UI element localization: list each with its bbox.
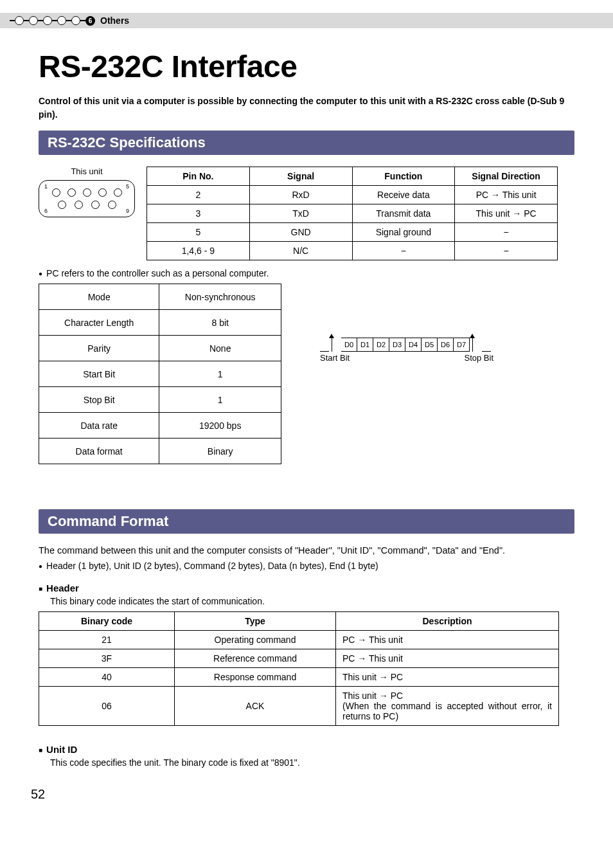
header-codes-table: Binary code Type Description 21 Operatin… bbox=[39, 611, 559, 726]
page-number: 52 bbox=[31, 787, 45, 802]
table-row: Start Bit1 bbox=[39, 361, 281, 387]
pin-num-1: 1 bbox=[44, 183, 48, 190]
connector-diagram: This unit 1 5 6 9 bbox=[39, 167, 135, 217]
pin-num-6: 6 bbox=[44, 208, 48, 214]
pin-num-5: 5 bbox=[126, 183, 129, 190]
table-row: 3F Reference command PC → This unit bbox=[39, 649, 559, 668]
table-row: Data formatBinary bbox=[39, 439, 281, 464]
command-intro: The command between this unit and the co… bbox=[39, 545, 574, 556]
unitid-text: This code specifies the unit. The binary… bbox=[50, 757, 574, 768]
th-type: Type bbox=[175, 612, 336, 631]
start-bit-label: Start Bit bbox=[320, 353, 350, 363]
table-row: 3 TxD Transmit data This unit → PC bbox=[147, 204, 558, 223]
breadcrumb-bar: 6 Others bbox=[0, 13, 613, 28]
bit-timing-diagram: D0 D1 D2 D3 D4 D5 D6 D7 Start Bit Stop B… bbox=[320, 335, 493, 363]
table-row: 2 RxD Receive data PC → This unit bbox=[147, 186, 558, 204]
sub-heading-header: Header bbox=[39, 583, 574, 593]
table-row: Stop Bit1 bbox=[39, 387, 281, 413]
pin-num-9: 9 bbox=[126, 208, 129, 214]
section-heading-specs: RS-232C Specifications bbox=[39, 131, 574, 155]
th-direction: Signal Direction bbox=[455, 167, 558, 186]
table-row: 40 Response command This unit → PC bbox=[39, 668, 559, 687]
th-function: Function bbox=[352, 167, 455, 186]
sub-heading-unitid: Unit ID bbox=[39, 744, 574, 755]
unit-label: This unit bbox=[39, 167, 135, 176]
stop-bit-label: Stop Bit bbox=[464, 353, 493, 363]
command-detail: Header (1 byte), Unit ID (2 bytes), Comm… bbox=[39, 561, 574, 571]
th-signal: Signal bbox=[249, 167, 352, 186]
header-sub-text: This binary code indicates the start of … bbox=[50, 596, 574, 606]
pin-spec-table: Pin No. Signal Function Signal Direction… bbox=[147, 167, 558, 260]
pc-note: PC refers to the controller such as a pe… bbox=[39, 268, 574, 278]
table-row: Character Length8 bit bbox=[39, 310, 281, 336]
breadcrumb-dots: 6 bbox=[10, 16, 95, 26]
table-row: ParityNone bbox=[39, 336, 281, 361]
section-heading-command: Command Format bbox=[39, 509, 574, 534]
table-row: 21 Operating command PC → This unit bbox=[39, 631, 559, 649]
section-number-icon: 6 bbox=[85, 16, 95, 26]
table-row: 1,4,6 - 9 N/C − − bbox=[147, 242, 558, 260]
table-row: Data rate19200 bps bbox=[39, 413, 281, 439]
th-desc: Description bbox=[336, 612, 559, 631]
table-row: 5 GND Signal ground − bbox=[147, 223, 558, 242]
intro-text: Control of this unit via a computer is p… bbox=[39, 95, 574, 122]
th-binary: Binary code bbox=[39, 612, 175, 631]
params-table: ModeNon-synchronous Character Length8 bi… bbox=[39, 284, 281, 464]
table-row: ModeNon-synchronous bbox=[39, 284, 281, 310]
section-label: Others bbox=[100, 15, 129, 26]
page-title: RS-232C Interface bbox=[39, 49, 574, 84]
th-pin: Pin No. bbox=[147, 167, 250, 186]
table-row: 06 ACK This unit → PC (When the command … bbox=[39, 687, 559, 726]
